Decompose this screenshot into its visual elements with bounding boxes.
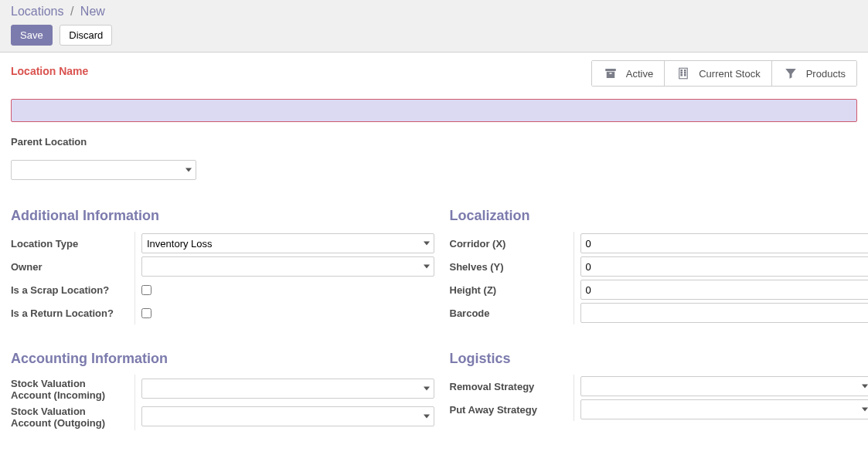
barcode-label: Barcode (450, 301, 574, 324)
location-type-select[interactable] (141, 233, 434, 253)
form-sheet: Location Name Active Current Stock Produ… (0, 53, 868, 446)
stock-valuation-incoming-select[interactable] (141, 379, 434, 399)
parent-location-label: Parent Location (11, 136, 857, 148)
control-panel: Locations / New Save Discard (0, 0, 868, 53)
svg-rect-2 (609, 73, 611, 74)
save-button[interactable]: Save (11, 25, 53, 46)
svg-rect-0 (605, 69, 616, 71)
stock-valuation-outgoing-label: Stock Valuation Account (Outgoing) (11, 402, 134, 430)
localization-title: Localization (450, 208, 869, 224)
svg-rect-7 (685, 73, 686, 74)
shelves-input[interactable] (580, 256, 869, 277)
current-stock-stat-label: Current Stock (699, 68, 760, 80)
location-name-label: Location Name (11, 65, 88, 77)
svg-rect-9 (685, 75, 686, 76)
products-stat-button[interactable]: Products (771, 61, 856, 86)
archive-icon (603, 66, 618, 81)
breadcrumb-separator: / (70, 5, 73, 18)
header-row: Location Name Active Current Stock Produ… (11, 60, 857, 91)
products-stat-label: Products (806, 68, 846, 80)
barcode-input[interactable] (580, 303, 869, 323)
svg-rect-5 (685, 70, 686, 72)
putaway-strategy-label: Put Away Strategy (450, 398, 574, 421)
parent-location-select[interactable] (11, 160, 196, 180)
svg-rect-6 (681, 73, 682, 74)
is-scrap-label: Is a Scrap Location? (11, 278, 134, 301)
owner-select[interactable] (141, 256, 434, 277)
breadcrumb-root[interactable]: Locations (11, 5, 64, 18)
svg-rect-4 (681, 70, 682, 72)
discard-button[interactable]: Discard (60, 25, 112, 46)
active-stat-label: Active (626, 68, 653, 80)
height-input[interactable] (580, 280, 869, 300)
putaway-strategy-select[interactable] (580, 399, 869, 419)
location-name-input[interactable] (11, 99, 857, 122)
corridor-input[interactable] (580, 233, 869, 253)
building-icon (676, 66, 691, 81)
stock-valuation-outgoing-select[interactable] (141, 406, 434, 426)
stat-buttons: Active Current Stock Products (591, 60, 857, 87)
current-stock-stat-button[interactable]: Current Stock (664, 61, 771, 86)
is-return-label: Is a Return Location? (11, 301, 134, 324)
stock-valuation-incoming-label: Stock Valuation Account (Incoming) (11, 375, 134, 402)
shelves-label: Shelves (Y) (450, 255, 574, 278)
additional-info-title: Additional Information (11, 208, 434, 224)
is-return-checkbox[interactable] (141, 308, 151, 318)
logistics-title: Logistics (450, 351, 869, 367)
svg-rect-8 (681, 75, 682, 76)
height-label: Height (Z) (450, 278, 574, 301)
breadcrumb: Locations / New (11, 5, 857, 19)
owner-label: Owner (11, 255, 134, 278)
filter-icon (783, 66, 798, 81)
accounting-info-title: Accounting Information (11, 351, 434, 367)
svg-rect-1 (607, 72, 615, 78)
parent-location-field: Parent Location (11, 136, 857, 180)
active-stat-button[interactable]: Active (592, 61, 664, 86)
removal-strategy-label: Removal Strategy (450, 375, 574, 398)
right-column: Localization Corridor (X) Shelves (Y) He… (450, 208, 869, 430)
location-type-label: Location Type (11, 232, 134, 255)
breadcrumb-current: New (80, 5, 105, 18)
is-scrap-checkbox[interactable] (141, 285, 151, 295)
left-column: Additional Information Location Type Own… (11, 208, 434, 430)
removal-strategy-select[interactable] (580, 376, 869, 396)
svg-rect-3 (679, 68, 688, 79)
corridor-label: Corridor (X) (450, 232, 574, 255)
